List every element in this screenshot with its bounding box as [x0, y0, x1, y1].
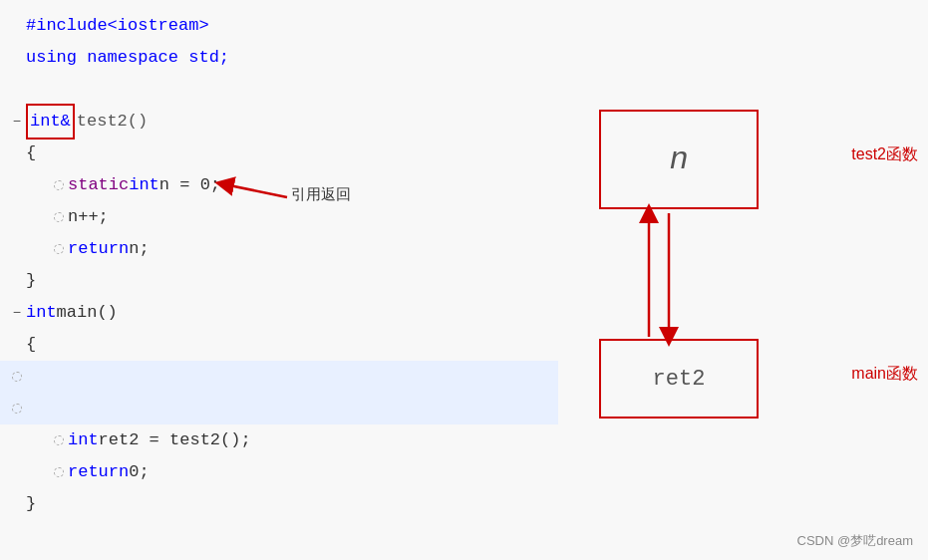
code-line-3: − int& test2() — [0, 106, 558, 138]
close-brace-1: } — [26, 265, 36, 297]
code-line-12: int ret2 = test2(); — [0, 424, 558, 456]
code-line-6: n++; — [0, 201, 558, 233]
line2-text: using namespace std; — [26, 42, 229, 74]
code-line-11 — [0, 361, 558, 393]
dot-11 — [12, 372, 22, 382]
minus-icon-9: − — [13, 297, 21, 329]
code-line-5: static int n = 0; — [0, 169, 558, 201]
gutter-11b — [8, 404, 26, 414]
gutter-11 — [8, 372, 26, 382]
code-line-7: return n; — [0, 233, 558, 265]
code-line-blank1 — [0, 74, 558, 106]
return-kw-1: return — [68, 233, 129, 265]
box-ret2: ret2 — [599, 339, 759, 419]
dot-5 — [54, 180, 64, 190]
static-kw: static — [68, 169, 129, 201]
code-line-10: { — [0, 329, 558, 361]
dot-6 — [54, 212, 64, 222]
int-kw-ret2: int — [68, 424, 99, 456]
box-n: n — [599, 110, 759, 209]
gutter-6 — [50, 212, 68, 222]
n-return: n; — [129, 233, 149, 265]
watermark: CSDN @梦呓dream — [797, 532, 914, 550]
line1-text: #include<iostream> — [26, 10, 209, 42]
n-var: n = 0; — [159, 169, 220, 201]
return-kw-2: return — [68, 456, 129, 488]
code-line-11b — [0, 393, 558, 424]
test2-func-name: test2() — [77, 106, 148, 138]
dot-13 — [54, 467, 64, 477]
code-line-13: return 0; — [0, 456, 558, 488]
gutter-13 — [50, 467, 68, 477]
code-line-4: { — [0, 138, 558, 169]
code-line-2: using namespace std; — [0, 42, 558, 74]
zero-return: 0; — [129, 456, 149, 488]
main-func-name: main() — [57, 297, 118, 329]
gutter-7 — [50, 244, 68, 254]
dot-11b — [12, 404, 22, 414]
dot-7 — [54, 244, 64, 254]
int-kw-1: int — [129, 169, 159, 201]
int-kw-main: int — [26, 297, 57, 329]
close-brace-2: } — [26, 488, 36, 520]
gutter-5 — [50, 180, 68, 190]
main-func-label: main函数 — [851, 364, 918, 385]
open-brace-1: { — [26, 138, 36, 169]
ret2-stmt: ret2 = test2(); — [99, 424, 251, 456]
box-ret2-label: ret2 — [653, 367, 706, 392]
int-ref-box: int& — [26, 104, 75, 140]
dot-12 — [54, 435, 64, 445]
code-line-8: } — [0, 265, 558, 297]
minus-icon-3: − — [13, 106, 21, 138]
gutter-3: − — [8, 106, 26, 138]
box-n-label: n — [669, 141, 688, 178]
code-line-1: #include<iostream> — [0, 10, 558, 42]
code-area: #include<iostream> using namespace std; … — [0, 0, 558, 560]
test2-func-label: test2函数 — [851, 144, 918, 165]
gutter-12 — [50, 435, 68, 445]
code-line-9: − int main() — [0, 297, 558, 329]
open-brace-2: { — [26, 329, 36, 361]
gutter-9: − — [8, 297, 26, 329]
code-line-14: } — [0, 488, 558, 520]
npp-stmt: n++; — [68, 201, 109, 233]
diagram-area: n ret2 test2函数 main函数 — [549, 0, 928, 560]
